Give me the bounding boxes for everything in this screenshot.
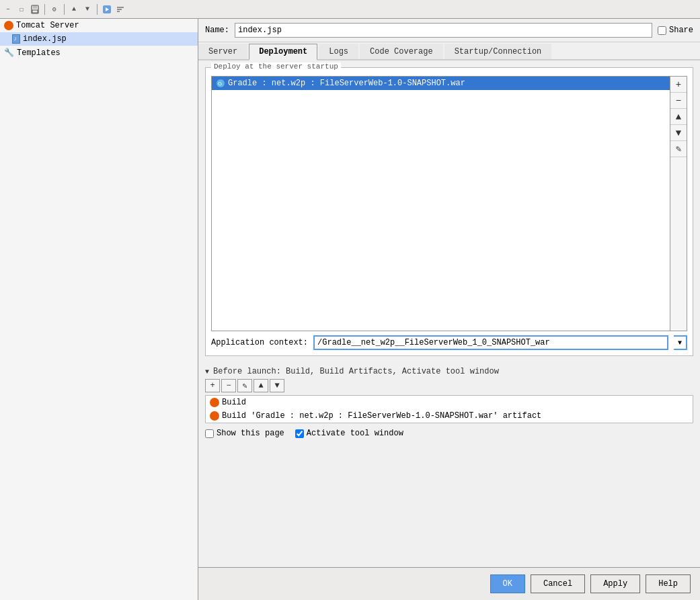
bottom-bar: OK Cancel Apply Help <box>198 567 700 600</box>
svg-rect-2 <box>32 10 38 13</box>
sidebar-indexjsp-label: index.jsp <box>23 34 67 44</box>
bl-item-artifact: Build 'Gradle : net.w2p : FileServerWeb-… <box>206 409 693 423</box>
toolbar-sort-icon[interactable] <box>115 4 126 15</box>
share-checkbox[interactable] <box>658 26 666 35</box>
deployment-side-buttons: + − ▲ ▼ ✎ <box>670 76 687 331</box>
app-context-row: Application context: ▼ <box>211 335 687 350</box>
before-launch-label: Before launch: Build, Build Artifacts, A… <box>213 367 499 376</box>
deployment-item[interactable]: G Gradle : net.w2p : FileServerWeb-1.0-S… <box>212 77 670 90</box>
deploy-remove-button[interactable]: − <box>670 93 687 109</box>
tab-deployment[interactable]: Deployment <box>249 44 317 60</box>
toolbar-run-icon[interactable] <box>102 4 112 15</box>
sidebar-item-templates[interactable]: 🔧 Templates <box>0 46 198 60</box>
activate-window-label: Activate tool window <box>307 429 403 438</box>
sidebar-tomcat-label: Tomcat Server <box>16 21 79 30</box>
svg-text:G: G <box>218 81 222 87</box>
name-row: Name: Share <box>198 19 700 42</box>
main-area: Tomcat Server J index.jsp 🔧 Templates Na… <box>0 19 700 600</box>
help-button[interactable]: Help <box>646 574 691 593</box>
templates-wrench-icon: 🔧 <box>4 48 14 58</box>
bl-build-icon <box>210 398 219 407</box>
bl-remove-button[interactable]: − <box>221 379 236 392</box>
deploy-add-button[interactable]: + <box>670 77 687 93</box>
sidebar-item-indexjsp[interactable]: J index.jsp <box>0 32 198 46</box>
toolbar-up-icon[interactable]: ▲ <box>69 4 79 15</box>
toolbar-separator <box>44 4 45 15</box>
svg-text:J: J <box>14 38 17 42</box>
svg-rect-1 <box>33 5 37 9</box>
bl-artifact-icon <box>210 411 219 421</box>
show-page-checkbox[interactable] <box>205 429 214 438</box>
bl-add-button[interactable]: + <box>205 379 220 392</box>
before-launch-header: ▼ Before launch: Build, Build Artifacts,… <box>205 367 693 376</box>
gradle-icon: G <box>216 79 225 88</box>
tab-server[interactable]: Server <box>198 44 247 59</box>
right-panel: Name: Share Server Deployment Logs Code … <box>198 19 700 600</box>
toolbar-minimize-icon[interactable]: – <box>3 4 13 15</box>
deployment-list[interactable]: G Gradle : net.w2p : FileServerWeb-1.0-S… <box>211 76 670 331</box>
sidebar-templates-label: Templates <box>17 48 61 58</box>
tab-code-coverage[interactable]: Code Coverage <box>360 44 443 59</box>
collapse-arrow-icon[interactable]: ▼ <box>205 368 209 376</box>
bl-down-button[interactable]: ▼ <box>270 379 284 392</box>
deploy-edit-button[interactable]: ✎ <box>670 141 687 157</box>
bl-edit-button[interactable]: ✎ <box>237 379 252 392</box>
tab-startup-connection[interactable]: Startup/Connection <box>444 44 552 59</box>
deploy-up-button[interactable]: ▲ <box>670 109 687 125</box>
toolbar-separator2 <box>64 4 65 15</box>
deploy-down-button[interactable]: ▼ <box>670 125 687 141</box>
app-context-input[interactable] <box>313 335 668 350</box>
deploy-section-label: Deploy at the server startup <box>211 62 341 71</box>
share-area: Share <box>658 26 693 35</box>
toolbar-down-icon[interactable]: ▼ <box>82 4 93 15</box>
cancel-button[interactable]: Cancel <box>531 574 585 593</box>
tabs-bar: Server Deployment Logs Code Coverage Sta… <box>198 42 700 60</box>
bl-up-button[interactable]: ▲ <box>254 379 268 392</box>
checkboxes-row: Show this page Activate tool window <box>205 429 693 438</box>
before-launch-list: Build Build 'Gradle : net.w2p : FileServ… <box>205 395 693 423</box>
bl-item-build: Build <box>206 396 693 409</box>
app-context-dropdown[interactable]: ▼ <box>674 335 687 350</box>
toolbar-maximize-icon[interactable]: ☐ <box>16 4 27 15</box>
ok-button[interactable]: OK <box>490 574 525 593</box>
toolbar: – ☐ ⚙ ▲ ▼ <box>0 0 700 19</box>
tab-logs[interactable]: Logs <box>319 44 358 59</box>
before-launch-toolbar: + − ✎ ▲ ▼ <box>205 379 693 392</box>
show-page-label: Show this page <box>217 429 284 438</box>
before-launch-section: ▼ Before launch: Build, Build Artifacts,… <box>205 367 693 438</box>
app-context-label: Application context: <box>211 338 308 347</box>
toolbar-wrench-icon[interactable]: ⚙ <box>49 4 60 15</box>
activate-window-checkbox-item: Activate tool window <box>295 429 403 438</box>
bl-item-build-label: Build <box>222 398 246 407</box>
name-input[interactable] <box>235 23 652 38</box>
sidebar: Tomcat Server J index.jsp 🔧 Templates <box>0 19 198 600</box>
activate-window-checkbox[interactable] <box>295 429 304 438</box>
file-icon: J <box>12 34 20 44</box>
tomcat-icon <box>4 21 13 30</box>
tab-content: Deploy at the server startup G Gradle : <box>198 60 700 567</box>
bl-item-artifact-label: Build 'Gradle : net.w2p : FileServerWeb-… <box>222 411 541 421</box>
deployment-container: G Gradle : net.w2p : FileServerWeb-1.0-S… <box>211 76 687 331</box>
name-label: Name: <box>205 26 229 35</box>
deploy-section: Deploy at the server startup G Gradle : <box>205 67 693 356</box>
toolbar-save-icon[interactable] <box>30 4 40 15</box>
sidebar-item-tomcat[interactable]: Tomcat Server <box>0 19 198 32</box>
apply-button[interactable]: Apply <box>590 574 640 593</box>
show-page-checkbox-item: Show this page <box>205 429 284 438</box>
share-label: Share <box>669 26 693 35</box>
toolbar-separator3 <box>97 4 98 15</box>
deployment-item-label: Gradle : net.w2p : FileServerWeb-1.0-SNA… <box>228 79 465 88</box>
